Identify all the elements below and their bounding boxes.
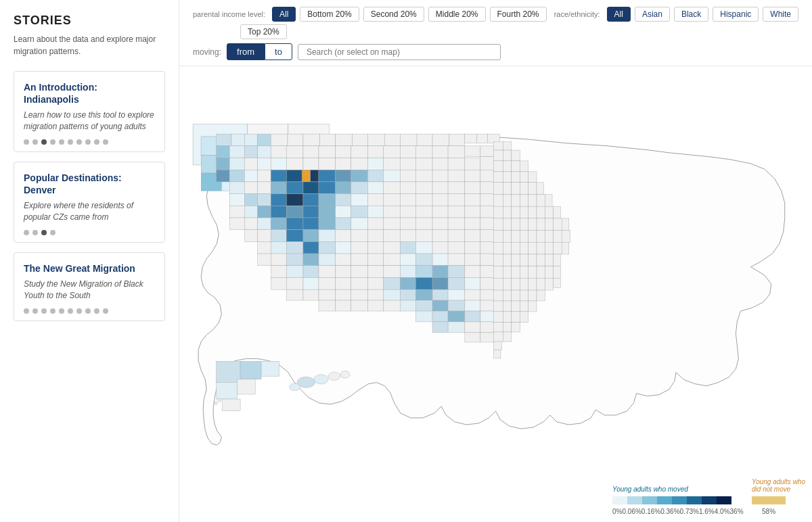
race-btn-asian[interactable]: Asian	[635, 7, 670, 22]
svg-rect-56	[368, 146, 384, 158]
svg-rect-91	[271, 170, 286, 182]
svg-rect-187	[351, 218, 368, 230]
svg-rect-275	[554, 242, 562, 254]
svg-rect-145	[432, 194, 448, 206]
svg-rect-323	[319, 289, 336, 300]
svg-rect-105	[480, 170, 493, 182]
svg-rect-150	[503, 183, 511, 195]
race-btn-white[interactable]: White	[763, 7, 798, 22]
svg-point-393	[215, 402, 217, 404]
svg-rect-102	[432, 170, 448, 182]
svg-rect-259	[351, 254, 368, 266]
story-card-popular-destinations-denver[interactable]: Popular Destinations: Denver Explore whe…	[14, 162, 165, 243]
svg-rect-130	[520, 172, 528, 183]
legend-label-7: 36%	[730, 508, 744, 515]
svg-rect-267	[480, 254, 493, 266]
svg-rect-193	[448, 218, 465, 230]
svg-rect-43	[400, 134, 417, 146]
svg-rect-237	[384, 241, 401, 254]
income-btn-all[interactable]: All	[272, 7, 296, 22]
race-btn-all[interactable]: All	[607, 7, 631, 22]
svg-rect-342	[319, 300, 336, 311]
svg-rect-79	[415, 158, 432, 170]
svg-rect-153	[528, 183, 537, 195]
svg-point-397	[340, 371, 350, 378]
race-btn-hispanic[interactable]: Hispanic	[713, 7, 759, 22]
svg-point-398	[290, 383, 300, 391]
svg-rect-64	[493, 142, 503, 150]
svg-rect-166	[400, 206, 415, 218]
svg-rect-97	[351, 170, 368, 182]
svg-rect-202	[545, 206, 553, 218]
svg-rect-81	[448, 158, 465, 170]
svg-rect-226	[545, 218, 553, 231]
svg-rect-155	[229, 206, 244, 218]
story-title-0: An Introduction: Indianapolis	[24, 81, 155, 105]
svg-rect-53	[319, 146, 336, 158]
story-card-intro-indianapolis[interactable]: An Introduction: Indianapolis Learn how …	[14, 71, 165, 152]
story-card-new-great-migration[interactable]: The New Great Migration Study the New Mi…	[14, 252, 165, 321]
income-btn-middle20[interactable]: Middle 20%	[428, 7, 486, 22]
income-btn-top20[interactable]: Top 20%	[240, 24, 287, 39]
svg-rect-96	[336, 170, 351, 182]
income-btn-bottom20[interactable]: Bottom 20%	[300, 7, 359, 22]
svg-rect-48	[477, 134, 488, 143]
race-btn-black[interactable]: Black	[674, 7, 708, 22]
svg-rect-92	[286, 170, 303, 182]
svg-rect-222	[512, 218, 520, 231]
income-btn-fourth20[interactable]: Fourth 20%	[490, 7, 547, 22]
svg-rect-63	[480, 146, 493, 157]
svg-rect-139	[336, 194, 351, 206]
svg-rect-256	[303, 254, 319, 266]
svg-rect-277	[271, 266, 286, 278]
svg-rect-113	[271, 182, 286, 194]
svg-rect-33	[244, 146, 257, 158]
svg-rect-197	[503, 206, 511, 218]
svg-rect-243	[480, 241, 493, 254]
svg-rect-241	[448, 241, 465, 254]
svg-rect-382	[493, 332, 503, 341]
svg-rect-234	[336, 241, 351, 254]
to-button[interactable]: to	[265, 43, 292, 60]
svg-rect-76	[368, 158, 384, 170]
svg-rect-258	[336, 254, 351, 266]
svg-rect-362	[465, 311, 480, 322]
income-btn-second20[interactable]: Second 20%	[363, 7, 424, 22]
svg-rect-176	[528, 194, 537, 206]
legend-not-moved: Young adults whodid not move 58%	[752, 478, 805, 515]
svg-rect-389	[217, 382, 238, 399]
svg-rect-44	[417, 134, 432, 146]
svg-rect-121	[400, 182, 415, 194]
from-button[interactable]: from	[227, 43, 265, 60]
svg-rect-143	[400, 194, 415, 206]
svg-rect-40	[353, 134, 368, 146]
svg-rect-341	[554, 278, 561, 287]
svg-rect-129	[512, 172, 520, 183]
svg-rect-336	[512, 278, 520, 290]
svg-rect-74	[336, 158, 351, 170]
svg-rect-212	[368, 230, 384, 242]
svg-rect-117	[336, 182, 351, 194]
svg-rect-198	[512, 206, 520, 218]
svg-rect-163	[351, 206, 368, 218]
svg-rect-239	[415, 241, 432, 254]
svg-rect-186	[336, 218, 351, 230]
svg-rect-340	[545, 278, 553, 290]
svg-rect-46	[449, 134, 465, 146]
location-search-input[interactable]	[298, 44, 501, 60]
svg-rect-383	[503, 332, 511, 341]
svg-rect-271	[520, 242, 528, 254]
svg-rect-37	[303, 134, 320, 146]
legend-swatch-7	[717, 496, 731, 504]
map-area[interactable]: Young adults who moved 0% 0.06% 0.16%	[179, 66, 812, 522]
svg-rect-272	[528, 242, 537, 254]
svg-rect-284	[384, 266, 401, 278]
svg-rect-286	[415, 266, 432, 278]
svg-rect-300	[286, 277, 303, 289]
svg-rect-71	[286, 158, 303, 170]
svg-rect-146	[448, 194, 465, 206]
legend-label-not-moved: 58%	[762, 508, 775, 515]
svg-rect-171	[480, 206, 493, 218]
moving-controls: moving: from to	[193, 43, 798, 60]
svg-rect-374	[503, 312, 511, 323]
